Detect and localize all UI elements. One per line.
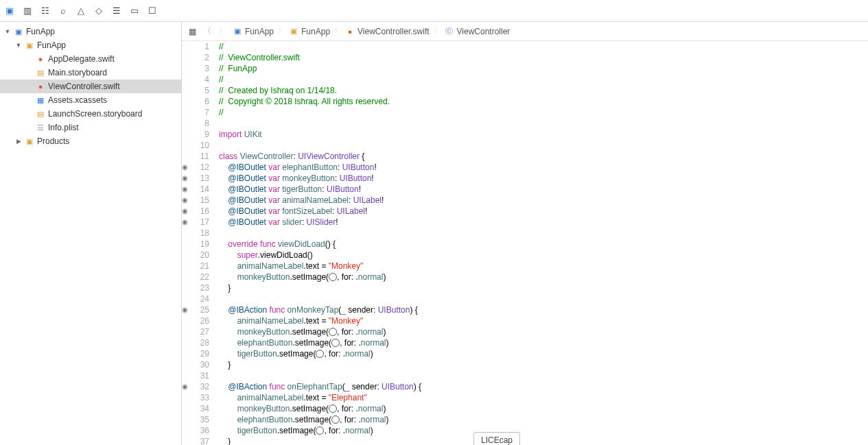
tree-item-viewcontroller-swift[interactable]: ▶●ViewController.swift bbox=[0, 80, 181, 93]
code-line[interactable]: // Copyright © 2018 Ishraq. All rights r… bbox=[219, 96, 868, 107]
version-icon[interactable]: ▥ bbox=[22, 5, 33, 16]
diamond-icon[interactable]: ◇ bbox=[93, 5, 104, 16]
line-number: 5 bbox=[193, 85, 209, 96]
gutter-mark[interactable]: ◉ bbox=[182, 381, 193, 392]
code-line[interactable]: class ViewController: UIViewController { bbox=[219, 151, 868, 162]
disclosure-icon[interactable]: ▶ bbox=[15, 138, 22, 145]
code-line[interactable] bbox=[219, 370, 868, 381]
plist-icon: ☰ bbox=[36, 123, 45, 132]
code-line[interactable]: elephantButton.setImage(, for: .normal) bbox=[219, 337, 868, 348]
gutter-mark bbox=[182, 96, 193, 107]
tree-item-info-plist[interactable]: ▶☰Info.plist bbox=[0, 121, 181, 134]
code-line[interactable]: monkeyButton.setImage(, for: .normal) bbox=[219, 272, 868, 282]
code-line[interactable]: // Created by Ishraq on 1/14/18. bbox=[219, 85, 868, 96]
gutter-mark bbox=[182, 337, 193, 348]
code-line[interactable]: // bbox=[219, 74, 868, 85]
code-line[interactable] bbox=[219, 140, 868, 151]
gutter-mark[interactable]: ◉ bbox=[182, 173, 193, 184]
folder-icon: ▣ bbox=[25, 40, 34, 50]
code-line[interactable]: tigerButton.setImage(, for: .normal) bbox=[219, 425, 868, 436]
code-line[interactable]: @IBOutlet var slider: UISlider! bbox=[219, 217, 868, 228]
breadcrumb[interactable]: ▣FunApp〉▣FunApp〉●ViewController.swift〉ⓒV… bbox=[233, 27, 510, 36]
image-literal-icon bbox=[329, 328, 337, 336]
tree-item-main-storyboard[interactable]: ▶▤Main.storyboard bbox=[0, 66, 181, 80]
gutter-mark[interactable]: ◉ bbox=[182, 195, 193, 206]
tree-item-launchscreen-storyboard[interactable]: ▶▤LaunchScreen.storyboard bbox=[0, 107, 181, 121]
code-line[interactable]: super.viewDidLoad() bbox=[219, 250, 868, 261]
jump-bar[interactable]: ▦ 〈 〉 ▣FunApp〉▣FunApp〉●ViewController.sw… bbox=[182, 22, 868, 41]
line-number: 30 bbox=[193, 359, 209, 370]
crumb-label: ViewController.swift bbox=[357, 27, 429, 36]
tree-item-appdelegate-swift[interactable]: ▶●AppDelegate.swift bbox=[0, 52, 181, 66]
gutter-mark[interactable]: ◉ bbox=[182, 206, 193, 217]
line-number: 14 bbox=[193, 184, 209, 195]
folder-icon[interactable]: ▣ bbox=[4, 5, 15, 16]
tag-icon[interactable]: ▭ bbox=[129, 5, 140, 16]
code-line[interactable]: // FunApp bbox=[219, 63, 868, 74]
code-line[interactable]: monkeyButton.setImage(, for: .normal) bbox=[219, 403, 868, 414]
line-number: 8 bbox=[193, 118, 209, 129]
tree-item-label: Products bbox=[37, 136, 69, 146]
gutter-mark bbox=[182, 403, 193, 414]
disclosure-icon[interactable]: ▼ bbox=[15, 42, 22, 49]
line-number: 10 bbox=[193, 140, 209, 151]
code-line[interactable]: monkeyButton.setImage(, for: .normal) bbox=[219, 326, 868, 337]
code-line[interactable]: // bbox=[219, 107, 868, 118]
image-literal-icon bbox=[316, 426, 324, 435]
forward-button[interactable]: 〉 bbox=[218, 27, 227, 36]
chevron-right-icon: 〉 bbox=[434, 27, 441, 36]
line-number: 37 bbox=[193, 436, 209, 445]
code-line[interactable]: elephantButton.setImage(, for: .normal) bbox=[219, 414, 868, 425]
crumb-viewcontroller[interactable]: ⓒViewController bbox=[445, 27, 511, 36]
related-items-icon[interactable]: ▦ bbox=[187, 27, 197, 36]
code-line[interactable]: import UIKit bbox=[219, 129, 868, 140]
hierarchy-icon[interactable]: ☷ bbox=[40, 5, 51, 16]
line-number: 26 bbox=[193, 315, 209, 326]
back-button[interactable]: 〈 bbox=[202, 27, 212, 36]
code-line[interactable]: @IBAction func onElephantTap(_ sender: U… bbox=[219, 381, 868, 392]
code-line[interactable]: // bbox=[219, 41, 868, 52]
gutter-mark[interactable]: ◉ bbox=[182, 217, 193, 228]
line-number: 34 bbox=[193, 403, 209, 414]
crumb-viewcontroller-swift[interactable]: ●ViewController.swift bbox=[345, 27, 429, 36]
source-editor[interactable]: ◉◉◉◉◉◉◉◉ 1234567891011121314151617181920… bbox=[182, 41, 868, 445]
code-line[interactable]: @IBOutlet var monkeyButton: UIButton! bbox=[219, 173, 868, 184]
list-icon[interactable]: ☰ bbox=[111, 5, 122, 16]
code-line[interactable]: // ViewController.swift bbox=[219, 52, 868, 63]
gutter-mark[interactable]: ◉ bbox=[182, 304, 193, 315]
code-line[interactable]: } bbox=[219, 359, 868, 370]
tree-item-assets-xcassets[interactable]: ▶▦Assets.xcassets bbox=[0, 93, 181, 107]
tree-item-products[interactable]: ▶▣Products bbox=[0, 134, 181, 148]
gutter-mark[interactable]: ◉ bbox=[182, 184, 193, 195]
project-navigator[interactable]: ▼▣FunApp▼▣FunApp▶●AppDelegate.swift▶▤Mai… bbox=[0, 22, 182, 445]
chat-icon[interactable]: ☐ bbox=[147, 5, 158, 16]
disclosure-icon[interactable]: ▼ bbox=[4, 28, 11, 35]
code-line[interactable]: animalNameLabel.text = "Monkey" bbox=[219, 315, 868, 326]
code-line[interactable]: @IBOutlet var animalNameLabel: UILabel! bbox=[219, 195, 868, 206]
code-line[interactable]: @IBOutlet var elephantButton: UIButton! bbox=[219, 162, 868, 173]
warning-icon[interactable]: △ bbox=[75, 5, 86, 16]
tree-item-label: Info.plist bbox=[48, 123, 79, 132]
crumb-funapp[interactable]: ▣FunApp bbox=[233, 27, 274, 36]
blueproj-icon: ▣ bbox=[14, 27, 23, 36]
line-number: 27 bbox=[193, 326, 209, 337]
code-line[interactable]: } bbox=[219, 282, 868, 293]
code-line[interactable]: animalNameLabel.text = "Elephant" bbox=[219, 392, 868, 403]
code-line[interactable]: @IBOutlet var tigerButton: UIButton! bbox=[219, 184, 868, 195]
code-line[interactable]: animalNameLabel.text = "Monkey" bbox=[219, 261, 868, 272]
line-number: 23 bbox=[193, 282, 209, 293]
code-line[interactable] bbox=[219, 293, 868, 304]
code-line[interactable]: } bbox=[219, 436, 868, 445]
code-line[interactable]: @IBOutlet var fontSizeLabel: UILabel! bbox=[219, 206, 868, 217]
code-line[interactable]: tigerButton.setImage(, for: .normal) bbox=[219, 348, 868, 359]
tree-item-funapp[interactable]: ▼▣FunApp bbox=[0, 38, 181, 52]
tree-item-funapp[interactable]: ▼▣FunApp bbox=[0, 25, 181, 38]
code-line[interactable]: override func viewDidLoad() { bbox=[219, 239, 868, 250]
gutter-mark[interactable]: ◉ bbox=[182, 162, 193, 173]
crumb-funapp[interactable]: ▣FunApp bbox=[289, 27, 330, 36]
code-line[interactable]: @IBAction func onMonkeyTap(_ sender: UIB… bbox=[219, 304, 868, 315]
code-line[interactable] bbox=[219, 118, 868, 129]
search-icon[interactable]: ⌕ bbox=[58, 5, 69, 16]
code-line[interactable] bbox=[219, 228, 868, 239]
line-number: 18 bbox=[193, 228, 209, 239]
